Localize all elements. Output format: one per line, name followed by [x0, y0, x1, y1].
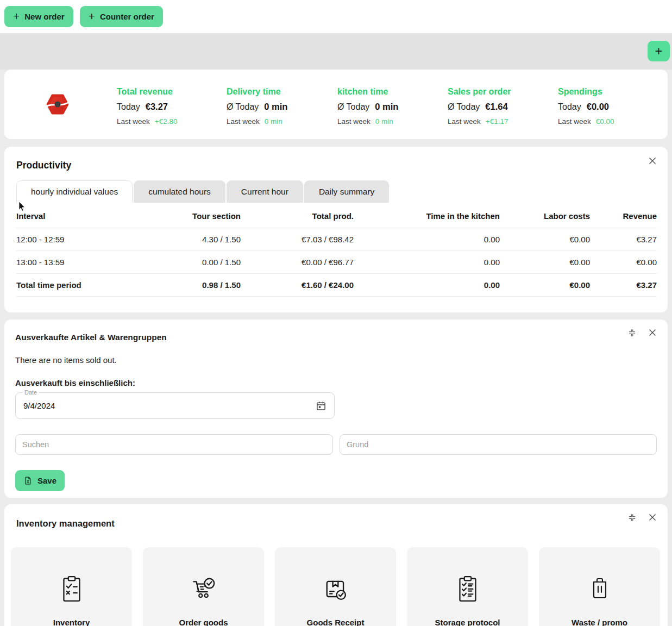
- soldout-panel: Ausverkaufte Artikel & Warengruppen Ther…: [4, 320, 668, 498]
- cart-check-icon: [189, 574, 218, 605]
- stat-title: Sales per order: [448, 87, 511, 97]
- stat-row2-label: Last week: [117, 117, 150, 126]
- waste-promo-card-label: Waste / promo: [571, 618, 627, 626]
- stat-row2-value: 0 min: [265, 117, 282, 126]
- stat-kitchen-time: kitchen time Ø Today0 min Last week0 min: [337, 87, 398, 126]
- storage-protocol-card[interactable]: Storage protocol + Add: [407, 547, 528, 626]
- clipboard-check-icon: [58, 574, 85, 605]
- stat-row2-value: 0 min: [375, 117, 393, 126]
- date-field-label: Date: [22, 389, 39, 396]
- cell-time-in-kitchen: 0.00: [354, 251, 500, 274]
- waste-promo-card[interactable]: Waste / promo + Add: [539, 547, 660, 626]
- cell-time-in-kitchen: 0.00: [354, 228, 500, 251]
- goods-receipt-card[interactable]: Goods Receipt + Add: [275, 547, 396, 626]
- new-order-button[interactable]: + New order: [4, 6, 73, 27]
- soldout-until-label: Ausverkauft bis einschließlich:: [15, 378, 657, 387]
- stat-sales-per-order: Sales per order Ø Today€1.64 Last week+€…: [448, 87, 511, 126]
- toolbar-band: +: [0, 33, 672, 70]
- col-total-prod: Total prod.: [241, 211, 354, 228]
- stat-title: kitchen time: [337, 87, 398, 97]
- table-row: 13:00 - 13:59 0.00 / 1.50 €0.00 / €96.77…: [16, 251, 657, 274]
- productivity-table: Interval Tour section Total prod. Time i…: [16, 211, 657, 297]
- box-check-icon: [322, 574, 350, 605]
- cell-total-prod: €7.03 / €98.42: [241, 228, 354, 251]
- stat-row2-label: Last week: [337, 117, 370, 126]
- stat-row1-label: Ø Today: [227, 102, 259, 111]
- plus-icon: +: [13, 10, 20, 22]
- plus-icon: +: [89, 10, 95, 22]
- tab-daily-summary[interactable]: Daily summary: [304, 180, 389, 203]
- inventory-card[interactable]: Inventory + Add: [11, 547, 132, 626]
- cell-tour-section: 4.30 / 1.50: [125, 228, 241, 251]
- stat-row1-value: €1.64: [485, 102, 507, 111]
- col-revenue: Revenue: [590, 211, 657, 228]
- add-widget-button[interactable]: +: [648, 41, 670, 61]
- stat-title: Delivery time: [227, 87, 287, 97]
- stat-row1-label: Today: [117, 102, 140, 111]
- cell-labor-costs: €0.00: [500, 228, 590, 251]
- date-field[interactable]: Date 9/4/2024: [15, 392, 335, 419]
- cell-interval: Total time period: [16, 274, 125, 297]
- save-label: Save: [37, 476, 56, 485]
- document-icon: [23, 476, 33, 485]
- stat-row1-value: €0.00: [587, 102, 609, 111]
- cell-labor-costs: €0.00: [500, 274, 590, 297]
- soldout-empty-text: There are no items sold out.: [15, 355, 657, 365]
- stat-row2-value: +€2.80: [155, 117, 178, 126]
- col-time-in-kitchen: Time in the kitchen: [354, 211, 500, 228]
- counter-order-button[interactable]: + Counter order: [80, 6, 163, 27]
- productivity-tabs: hourly individual values cumulated hours…: [16, 180, 656, 203]
- soldout-title: Ausverkaufte Artikel & Warengruppen: [15, 333, 657, 342]
- stat-row1-value: 0 min: [375, 102, 398, 111]
- stat-row1-label: Ø Today: [337, 102, 369, 111]
- stat-delivery-time: Delivery time Ø Today0 min Last week0 mi…: [227, 87, 287, 126]
- collapse-icon[interactable]: [628, 514, 636, 522]
- new-order-label: New order: [24, 12, 64, 21]
- stat-row1-value: €3.27: [146, 102, 168, 111]
- stat-row2-label: Last week: [448, 117, 481, 126]
- stat-title: Spendings: [558, 87, 614, 97]
- stat-spendings: Spendings Today€0.00 Last week€0.00: [558, 87, 614, 126]
- tab-current-hour[interactable]: Current hour: [227, 180, 303, 203]
- tab-cumulated-hours[interactable]: cumulated hours: [134, 180, 225, 203]
- table-total-row: Total time period 0.98 / 1.50 €1.60 / €2…: [16, 274, 657, 297]
- cell-interval: 12:00 - 12:59: [16, 228, 125, 251]
- app-logo-icon: [46, 92, 70, 116]
- col-interval: Interval: [16, 211, 125, 228]
- stat-row1-value: 0 min: [264, 102, 287, 111]
- cell-revenue: €0.00: [590, 251, 657, 274]
- date-value: 9/4/2024: [23, 401, 316, 410]
- stat-row2-value: +€1.17: [486, 117, 508, 126]
- trash-icon: [587, 574, 613, 605]
- counter-order-label: Counter order: [100, 12, 154, 21]
- search-input[interactable]: [15, 434, 333, 455]
- topbar: + New order + Counter order: [0, 0, 672, 33]
- reason-input[interactable]: [340, 434, 657, 455]
- stat-title: Total revenue: [117, 87, 177, 97]
- inventory-card-label: Inventory: [53, 618, 90, 626]
- storage-protocol-card-label: Storage protocol: [435, 618, 500, 626]
- tab-hourly-individual-values[interactable]: hourly individual values: [16, 180, 133, 203]
- save-button[interactable]: Save: [15, 470, 65, 491]
- mouse-cursor-icon: [18, 202, 27, 214]
- cell-labor-costs: €0.00: [500, 251, 590, 274]
- order-goods-card[interactable]: Order goods + Add: [143, 547, 264, 626]
- cell-revenue: €3.27: [590, 228, 657, 251]
- inventory-title: Inventory management: [16, 518, 661, 529]
- cell-total-prod: €0.00 / €96.77: [241, 251, 354, 274]
- stat-row1-label: Today: [558, 102, 581, 111]
- table-header-row: Interval Tour section Total prod. Time i…: [16, 211, 657, 228]
- stat-total-revenue: Total revenue Today€3.27 Last week+€2.80: [117, 87, 177, 126]
- close-icon[interactable]: [648, 156, 657, 165]
- stat-row2-label: Last week: [558, 117, 591, 126]
- col-labor-costs: Labor costs: [500, 211, 590, 228]
- calendar-icon[interactable]: [316, 400, 326, 411]
- collapse-icon[interactable]: [628, 329, 636, 337]
- cell-time-in-kitchen: 0.00: [354, 274, 500, 297]
- order-goods-card-label: Order goods: [179, 618, 228, 626]
- close-icon[interactable]: [648, 513, 657, 522]
- cell-total-prod: €1.60 / €24.00: [241, 274, 354, 297]
- stat-row2-label: Last week: [227, 117, 260, 126]
- close-icon[interactable]: [648, 328, 657, 337]
- col-tour-section: Tour section: [125, 211, 241, 228]
